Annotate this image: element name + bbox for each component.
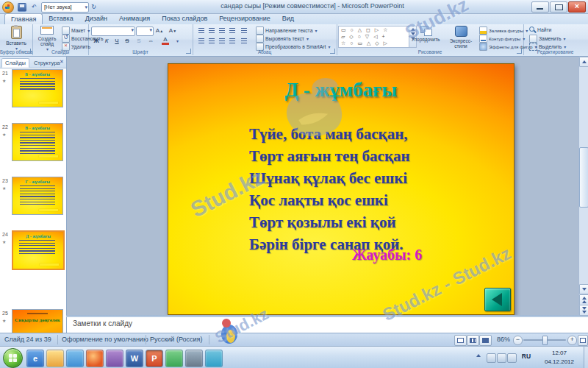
slide-thumbnail-22[interactable]: 22 В - жұмбағы	[0, 123, 66, 161]
bold-button[interactable]: Ж	[91, 36, 101, 46]
tray-icon[interactable]	[487, 353, 496, 363]
tab-home[interactable]: Главная	[4, 13, 43, 25]
taskbar-app-icon[interactable]: e	[26, 350, 44, 367]
dialog-launcher-icon[interactable]	[330, 49, 335, 54]
panel-tab-slides[interactable]: Слайды	[1, 58, 29, 68]
thumbnail-image[interactable]: Сиқырлы дөңгелек	[12, 309, 63, 333]
tab-view[interactable]: Вид	[276, 13, 300, 24]
align-center-button[interactable]	[207, 36, 217, 46]
shape-outline-button[interactable]: Контур фигуры	[479, 35, 525, 43]
system-clock[interactable]: 12:07 04.12.2012	[537, 349, 582, 367]
sound-combo[interactable]: [Нет звука]	[41, 2, 89, 13]
zoom-percent[interactable]: 86%	[497, 336, 510, 343]
taskbar-app-icon[interactable]	[185, 350, 203, 367]
shape-fill-button[interactable]: Заливка фигуры	[479, 26, 528, 35]
slideshow-view-button[interactable]	[479, 335, 492, 346]
tab-animation[interactable]: Анимация	[113, 13, 156, 24]
tray-expand-icon[interactable]	[476, 354, 481, 357]
slide-title[interactable]: Д - жұмбағы	[168, 79, 514, 102]
justify-button[interactable]	[227, 36, 237, 46]
line-spacing-button[interactable]	[239, 26, 249, 36]
slide-body-text[interactable]: Түйе, бота маң басқан, Төрт аяғын тең ба…	[249, 123, 410, 255]
paste-button[interactable]: Вставить	[4, 26, 29, 52]
status-language[interactable]: Русский (Россия)	[150, 336, 202, 343]
font-color-caret[interactable]	[172, 36, 182, 46]
taskbar-app-icon[interactable]	[66, 350, 84, 367]
slide-canvas[interactable]: Д - жұмбағы Түйе, бота маң басқан, Төрт …	[168, 63, 514, 315]
zoom-in-button[interactable]: +	[567, 336, 577, 345]
scroll-down-button[interactable]	[579, 284, 588, 294]
italic-button[interactable]: К	[101, 36, 112, 46]
slide-thumbnail-23[interactable]: 23 Г - жұмбағы	[0, 177, 66, 215]
panel-close-icon[interactable]: ✕	[58, 58, 65, 66]
taskbar-app-icon[interactable]	[165, 350, 183, 367]
dialog-launcher-icon[interactable]	[517, 49, 522, 54]
office-button[interactable]	[2, 1, 14, 13]
strikethrough-button[interactable]: S	[122, 36, 132, 46]
columns-button[interactable]	[239, 36, 249, 46]
taskbar-app-icon[interactable]	[106, 350, 123, 367]
thumbnail-image[interactable]: В - жұмбағы	[12, 123, 63, 161]
tray-icon[interactable]	[497, 353, 506, 363]
previous-slide-nav-button[interactable]	[484, 288, 511, 311]
slide-thumbnail-25[interactable]: 25 Сиқырлы дөңгелек	[0, 309, 66, 333]
zoom-slider-thumb[interactable]	[542, 336, 548, 345]
show-desktop-button[interactable]	[584, 347, 588, 368]
align-right-button[interactable]	[217, 36, 227, 46]
minimize-button[interactable]	[531, 1, 549, 13]
status-theme[interactable]: Оформление по умолчанию	[62, 336, 148, 343]
slide-answer[interactable]: Жауабы: 6	[352, 247, 422, 263]
redo-icon[interactable]	[88, 2, 99, 13]
normal-view-button[interactable]	[454, 335, 467, 346]
tab-review[interactable]: Рецензирование	[213, 13, 276, 24]
close-button[interactable]	[568, 1, 586, 13]
slide-sorter-view-button[interactable]	[467, 335, 479, 346]
replace-button[interactable]: Заменить	[529, 35, 566, 43]
underline-button[interactable]: Ч	[112, 36, 122, 46]
new-slide-button[interactable]: Создать слайд	[34, 26, 60, 52]
arrange-button[interactable]: Упорядочить	[409, 26, 442, 52]
save-icon[interactable]	[18, 3, 26, 12]
next-slide-button[interactable]	[579, 305, 588, 316]
quick-styles-button[interactable]: Экспресс-стили	[444, 26, 478, 52]
taskbar-powerpoint-icon-active[interactable]: P	[146, 350, 163, 367]
previous-slide-button[interactable]	[579, 294, 588, 305]
tab-insert[interactable]: Вставка	[43, 13, 79, 24]
font-color-button[interactable]: А	[160, 36, 171, 45]
thumbnail-image[interactable]: Б - жұмбағы	[12, 69, 63, 107]
taskbar-folder-icon[interactable]	[46, 350, 64, 367]
bullets-button[interactable]	[196, 26, 207, 36]
align-text-button[interactable]: Выровнять текст	[256, 35, 309, 43]
text-direction-button[interactable]: Направление текста	[256, 26, 317, 35]
shrink-font-button[interactable]: А▼	[168, 26, 178, 36]
scroll-up-button[interactable]	[579, 57, 588, 67]
slide-thumbnail-21[interactable]: 21 Б - жұмбағы	[0, 69, 66, 107]
dialog-launcher-icon[interactable]	[186, 49, 191, 54]
slide-thumbnail-24-selected[interactable]: 24 Д - жұмбағы	[0, 230, 66, 269]
taskbar-word-icon[interactable]: W	[126, 350, 143, 367]
shapes-gallery[interactable]: ▭ ○ △ ◻ ▷ ☆ ▱ ◇ ○ ▽ ◁ + ☆ ○ ▭ △ ◇ ▷	[338, 26, 417, 48]
fit-to-window-button[interactable]	[578, 335, 588, 346]
character-spacing-button[interactable]: ⇔	[146, 36, 156, 46]
language-indicator[interactable]: RU	[519, 353, 534, 360]
decrease-indent-button[interactable]	[217, 26, 227, 36]
font-size-combo[interactable]	[136, 26, 154, 36]
scrollbar-thumb[interactable]	[579, 147, 588, 208]
find-button[interactable]: Найти	[529, 26, 551, 33]
maximize-button[interactable]	[550, 1, 567, 13]
increase-indent-button[interactable]	[227, 26, 237, 36]
text-shadow-button[interactable]: S	[134, 36, 144, 46]
tray-icon[interactable]	[507, 353, 517, 363]
align-left-button[interactable]	[196, 36, 207, 46]
start-button[interactable]	[3, 348, 23, 368]
thumbnail-image[interactable]: Д - жұмбағы	[12, 230, 65, 270]
taskbar-app-icon[interactable]	[205, 350, 223, 367]
dialog-launcher-icon[interactable]	[26, 49, 31, 54]
zoom-out-button[interactable]: −	[513, 336, 523, 345]
undo-icon[interactable]	[29, 2, 40, 13]
tab-design[interactable]: Дизайн	[79, 13, 113, 24]
thumbnail-image[interactable]: Г - жұмбағы	[12, 177, 63, 215]
tab-slideshow[interactable]: Показ слайдов	[156, 13, 213, 24]
font-name-combo[interactable]	[91, 26, 135, 36]
numbering-button[interactable]	[207, 26, 217, 36]
